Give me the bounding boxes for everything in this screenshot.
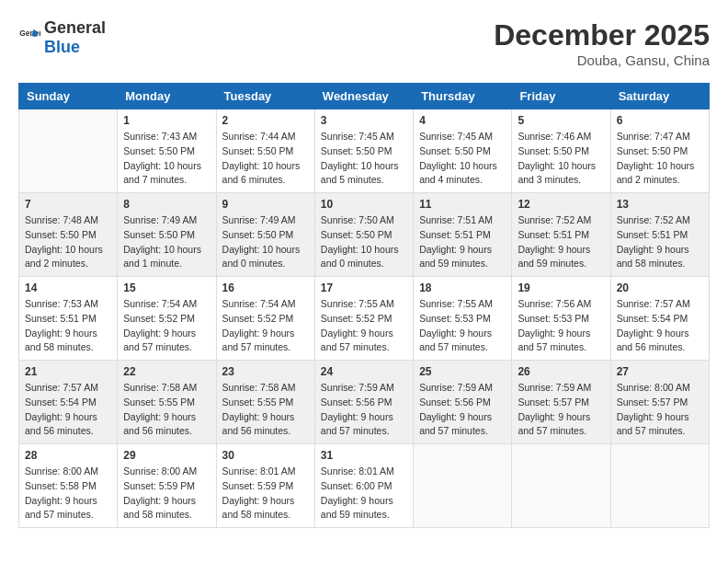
calendar-cell: 26Sunrise: 7:59 AM Sunset: 5:57 PM Dayli… <box>512 361 610 444</box>
calendar-cell: 4Sunrise: 7:45 AM Sunset: 5:50 PM Daylig… <box>414 109 512 193</box>
calendar-cell: 8Sunrise: 7:49 AM Sunset: 5:50 PM Daylig… <box>118 193 216 277</box>
calendar-cell: 5Sunrise: 7:46 AM Sunset: 5:50 PM Daylig… <box>512 109 610 193</box>
weekday-header-saturday: Saturday <box>610 84 709 109</box>
calendar-week-row: 7Sunrise: 7:48 AM Sunset: 5:50 PM Daylig… <box>19 193 710 277</box>
day-number: 16 <box>222 282 309 294</box>
day-number: 31 <box>321 449 407 462</box>
calendar-cell: 6Sunrise: 7:47 AM Sunset: 5:50 PM Daylig… <box>610 109 709 193</box>
calendar-cell: 10Sunrise: 7:50 AM Sunset: 5:50 PM Dayli… <box>314 193 413 277</box>
calendar-cell: 17Sunrise: 7:55 AM Sunset: 5:52 PM Dayli… <box>314 277 413 361</box>
calendar-cell <box>19 109 118 193</box>
calendar-cell: 15Sunrise: 7:54 AM Sunset: 5:52 PM Dayli… <box>118 277 216 361</box>
day-number: 20 <box>617 282 703 294</box>
day-number: 21 <box>25 365 111 378</box>
day-number: 27 <box>617 365 703 378</box>
weekday-header-tuesday: Tuesday <box>216 84 314 109</box>
day-info: Sunrise: 7:46 AM Sunset: 5:50 PM Dayligh… <box>518 130 604 188</box>
day-info: Sunrise: 7:54 AM Sunset: 5:52 PM Dayligh… <box>123 297 210 355</box>
day-number: 17 <box>321 282 407 294</box>
day-number: 3 <box>321 114 407 127</box>
calendar-cell: 18Sunrise: 7:55 AM Sunset: 5:53 PM Dayli… <box>414 277 512 361</box>
day-number: 13 <box>617 198 703 211</box>
day-number: 5 <box>518 114 604 127</box>
day-info: Sunrise: 7:59 AM Sunset: 5:56 PM Dayligh… <box>419 381 506 439</box>
day-number: 22 <box>123 365 210 378</box>
calendar-cell <box>610 444 709 528</box>
day-number: 25 <box>419 365 506 378</box>
day-info: Sunrise: 7:59 AM Sunset: 5:57 PM Dayligh… <box>518 381 604 439</box>
calendar-cell: 23Sunrise: 7:58 AM Sunset: 5:55 PM Dayli… <box>216 361 314 444</box>
day-number: 6 <box>617 114 703 127</box>
day-number: 2 <box>222 114 309 127</box>
day-info: Sunrise: 7:57 AM Sunset: 5:54 PM Dayligh… <box>617 297 703 355</box>
day-info: Sunrise: 7:52 AM Sunset: 5:51 PM Dayligh… <box>617 213 703 271</box>
day-info: Sunrise: 8:01 AM Sunset: 6:00 PM Dayligh… <box>321 465 407 523</box>
day-info: Sunrise: 7:50 AM Sunset: 5:50 PM Dayligh… <box>321 213 407 271</box>
calendar-cell: 11Sunrise: 7:51 AM Sunset: 5:51 PM Dayli… <box>414 193 512 277</box>
calendar-cell <box>512 444 610 528</box>
calendar-week-row: 21Sunrise: 7:57 AM Sunset: 5:54 PM Dayli… <box>19 361 710 444</box>
weekday-header-sunday: Sunday <box>19 84 118 109</box>
calendar-cell: 30Sunrise: 8:01 AM Sunset: 5:59 PM Dayli… <box>216 444 314 528</box>
day-info: Sunrise: 7:59 AM Sunset: 5:56 PM Dayligh… <box>321 381 407 439</box>
calendar-cell: 24Sunrise: 7:59 AM Sunset: 5:56 PM Dayli… <box>314 361 413 444</box>
weekday-header-friday: Friday <box>512 84 610 109</box>
day-number: 19 <box>518 282 604 294</box>
day-number: 1 <box>123 114 210 127</box>
month-year-title: December 2025 <box>494 18 710 52</box>
calendar-cell: 27Sunrise: 8:00 AM Sunset: 5:57 PM Dayli… <box>610 361 709 444</box>
day-number: 14 <box>25 282 111 294</box>
calendar-cell: 13Sunrise: 7:52 AM Sunset: 5:51 PM Dayli… <box>610 193 709 277</box>
calendar-cell: 21Sunrise: 7:57 AM Sunset: 5:54 PM Dayli… <box>19 361 118 444</box>
day-info: Sunrise: 7:45 AM Sunset: 5:50 PM Dayligh… <box>321 130 407 188</box>
day-number: 9 <box>222 198 309 211</box>
logo-blue: Blue <box>44 38 80 56</box>
day-info: Sunrise: 7:49 AM Sunset: 5:50 PM Dayligh… <box>222 213 309 271</box>
weekday-header-thursday: Thursday <box>414 84 512 109</box>
logo-text: General Blue <box>44 18 106 57</box>
calendar-cell: 16Sunrise: 7:54 AM Sunset: 5:52 PM Dayli… <box>216 277 314 361</box>
day-info: Sunrise: 8:00 AM Sunset: 5:57 PM Dayligh… <box>617 381 703 439</box>
logo-general: General <box>44 18 106 37</box>
calendar-cell: 14Sunrise: 7:53 AM Sunset: 5:51 PM Dayli… <box>19 277 118 361</box>
day-number: 15 <box>123 282 210 294</box>
day-number: 24 <box>321 365 407 378</box>
day-number: 11 <box>419 198 506 211</box>
logo-graphic: General <box>18 25 40 51</box>
calendar-cell: 7Sunrise: 7:48 AM Sunset: 5:50 PM Daylig… <box>19 193 118 277</box>
calendar-cell: 28Sunrise: 8:00 AM Sunset: 5:58 PM Dayli… <box>19 444 118 528</box>
day-number: 10 <box>321 198 407 211</box>
day-number: 30 <box>222 449 309 462</box>
day-info: Sunrise: 7:57 AM Sunset: 5:54 PM Dayligh… <box>25 381 111 439</box>
day-info: Sunrise: 8:00 AM Sunset: 5:58 PM Dayligh… <box>25 465 111 523</box>
calendar-cell: 29Sunrise: 8:00 AM Sunset: 5:59 PM Dayli… <box>118 444 216 528</box>
day-info: Sunrise: 7:49 AM Sunset: 5:50 PM Dayligh… <box>123 213 210 271</box>
calendar-cell: 20Sunrise: 7:57 AM Sunset: 5:54 PM Dayli… <box>610 277 709 361</box>
day-number: 7 <box>25 198 111 211</box>
day-info: Sunrise: 7:58 AM Sunset: 5:55 PM Dayligh… <box>222 381 309 439</box>
day-info: Sunrise: 7:53 AM Sunset: 5:51 PM Dayligh… <box>25 297 111 355</box>
location-subtitle: Douba, Gansu, China <box>494 52 710 68</box>
day-number: 12 <box>518 198 604 211</box>
day-info: Sunrise: 7:55 AM Sunset: 5:52 PM Dayligh… <box>321 297 407 355</box>
day-info: Sunrise: 7:58 AM Sunset: 5:55 PM Dayligh… <box>123 381 210 439</box>
day-number: 26 <box>518 365 604 378</box>
day-info: Sunrise: 7:56 AM Sunset: 5:53 PM Dayligh… <box>518 297 604 355</box>
day-info: Sunrise: 7:54 AM Sunset: 5:52 PM Dayligh… <box>222 297 309 355</box>
day-info: Sunrise: 7:55 AM Sunset: 5:53 PM Dayligh… <box>419 297 506 355</box>
calendar-cell: 3Sunrise: 7:45 AM Sunset: 5:50 PM Daylig… <box>314 109 413 193</box>
calendar-week-row: 14Sunrise: 7:53 AM Sunset: 5:51 PM Dayli… <box>19 277 710 361</box>
calendar-table: SundayMondayTuesdayWednesdayThursdayFrid… <box>18 83 710 528</box>
calendar-cell: 22Sunrise: 7:58 AM Sunset: 5:55 PM Dayli… <box>118 361 216 444</box>
day-info: Sunrise: 8:01 AM Sunset: 5:59 PM Dayligh… <box>222 465 309 523</box>
day-number: 4 <box>419 114 506 127</box>
calendar-week-row: 28Sunrise: 8:00 AM Sunset: 5:58 PM Dayli… <box>19 444 710 528</box>
calendar-week-row: 1Sunrise: 7:43 AM Sunset: 5:50 PM Daylig… <box>19 109 710 193</box>
calendar-cell: 19Sunrise: 7:56 AM Sunset: 5:53 PM Dayli… <box>512 277 610 361</box>
day-number: 28 <box>25 449 111 462</box>
day-info: Sunrise: 7:44 AM Sunset: 5:50 PM Dayligh… <box>222 130 309 188</box>
weekday-header-row: SundayMondayTuesdayWednesdayThursdayFrid… <box>19 84 710 109</box>
calendar-cell: 25Sunrise: 7:59 AM Sunset: 5:56 PM Dayli… <box>414 361 512 444</box>
day-number: 18 <box>419 282 506 294</box>
day-info: Sunrise: 7:45 AM Sunset: 5:50 PM Dayligh… <box>419 130 506 188</box>
